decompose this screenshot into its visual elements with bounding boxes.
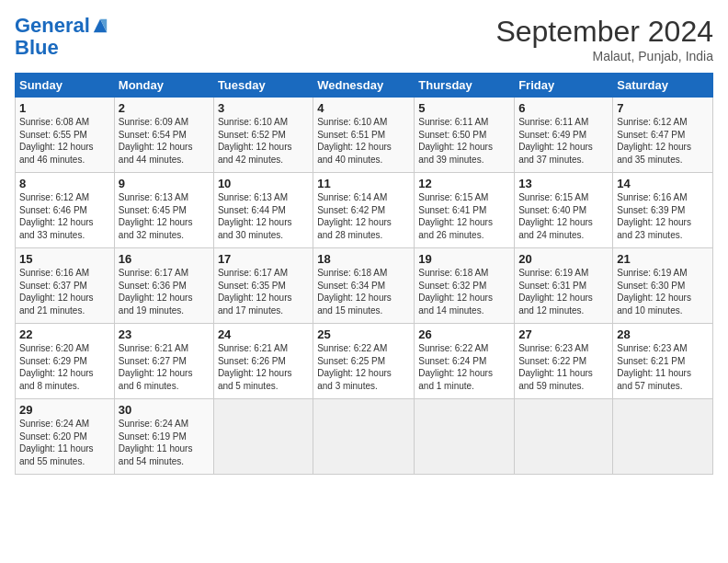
day-number: 9 <box>119 177 210 190</box>
day-number: 29 <box>19 403 110 417</box>
calendar-cell <box>313 399 415 475</box>
calendar-cell: 5Sunrise: 6:11 AM Sunset: 6:50 PM Daylig… <box>415 98 515 173</box>
day-info: Sunrise: 6:14 AM Sunset: 6:42 PM Dayligh… <box>317 191 410 241</box>
day-info: Sunrise: 6:22 AM Sunset: 6:25 PM Dayligh… <box>317 342 410 392</box>
calendar-cell: 11Sunrise: 6:14 AM Sunset: 6:42 PM Dayli… <box>313 173 415 248</box>
calendar-cell: 23Sunrise: 6:21 AM Sunset: 6:27 PM Dayli… <box>114 324 213 399</box>
calendar-cell: 12Sunrise: 6:15 AM Sunset: 6:41 PM Dayli… <box>415 173 515 248</box>
calendar-cell: 28Sunrise: 6:23 AM Sunset: 6:21 PM Dayli… <box>613 324 713 399</box>
calendar-cell: 19Sunrise: 6:18 AM Sunset: 6:32 PM Dayli… <box>415 248 515 324</box>
calendar-cell: 3Sunrise: 6:10 AM Sunset: 6:52 PM Daylig… <box>213 98 313 173</box>
calendar-cell: 1Sunrise: 6:08 AM Sunset: 6:55 PM Daylig… <box>16 98 115 173</box>
day-number: 12 <box>418 177 510 190</box>
day-number: 10 <box>218 177 309 190</box>
day-number: 24 <box>218 327 309 341</box>
day-number: 22 <box>19 327 110 341</box>
col-saturday: Saturday <box>613 74 713 98</box>
day-info: Sunrise: 6:19 AM Sunset: 6:30 PM Dayligh… <box>617 267 709 316</box>
calendar-cell <box>515 399 613 475</box>
day-info: Sunrise: 6:15 AM Sunset: 6:41 PM Dayligh… <box>418 191 510 241</box>
calendar-cell: 8Sunrise: 6:12 AM Sunset: 6:46 PM Daylig… <box>16 173 115 248</box>
day-number: 18 <box>317 252 410 266</box>
day-info: Sunrise: 6:11 AM Sunset: 6:50 PM Dayligh… <box>418 116 510 166</box>
day-number: 4 <box>317 101 410 115</box>
day-number: 1 <box>19 101 110 115</box>
day-info: Sunrise: 6:16 AM Sunset: 6:37 PM Dayligh… <box>19 267 110 316</box>
calendar-cell: 13Sunrise: 6:15 AM Sunset: 6:40 PM Dayli… <box>515 173 613 248</box>
day-number: 5 <box>418 101 510 115</box>
location-subtitle: Malaut, Punjab, India <box>495 49 713 63</box>
calendar-cell: 9Sunrise: 6:13 AM Sunset: 6:45 PM Daylig… <box>114 173 213 248</box>
day-info: Sunrise: 6:12 AM Sunset: 6:46 PM Dayligh… <box>19 191 110 241</box>
title-section: September 2024 Malaut, Punjab, India <box>495 15 713 63</box>
day-number: 17 <box>218 252 309 266</box>
day-number: 26 <box>418 327 510 341</box>
calendar-cell: 6Sunrise: 6:11 AM Sunset: 6:49 PM Daylig… <box>515 98 613 173</box>
day-number: 2 <box>119 101 210 115</box>
day-info: Sunrise: 6:16 AM Sunset: 6:39 PM Dayligh… <box>617 191 709 241</box>
day-number: 23 <box>119 327 210 341</box>
calendar-cell: 18Sunrise: 6:18 AM Sunset: 6:34 PM Dayli… <box>313 248 415 324</box>
day-info: Sunrise: 6:22 AM Sunset: 6:24 PM Dayligh… <box>418 342 510 392</box>
calendar-cell: 10Sunrise: 6:13 AM Sunset: 6:44 PM Dayli… <box>213 173 313 248</box>
day-info: Sunrise: 6:17 AM Sunset: 6:35 PM Dayligh… <box>218 267 309 316</box>
day-info: Sunrise: 6:17 AM Sunset: 6:36 PM Dayligh… <box>119 267 210 316</box>
logo-text: General <box>15 15 90 37</box>
day-number: 6 <box>518 101 609 115</box>
logo-icon <box>92 17 108 34</box>
calendar-cell: 22Sunrise: 6:20 AM Sunset: 6:29 PM Dayli… <box>16 324 115 399</box>
day-info: Sunrise: 6:15 AM Sunset: 6:40 PM Dayligh… <box>518 191 609 241</box>
calendar-header: Sunday Monday Tuesday Wednesday Thursday… <box>16 74 713 98</box>
calendar-cell: 27Sunrise: 6:23 AM Sunset: 6:22 PM Dayli… <box>515 324 613 399</box>
day-number: 8 <box>19 177 110 190</box>
calendar-body: 1Sunrise: 6:08 AM Sunset: 6:55 PM Daylig… <box>16 98 713 475</box>
day-number: 27 <box>518 327 609 341</box>
day-info: Sunrise: 6:21 AM Sunset: 6:27 PM Dayligh… <box>119 342 210 392</box>
col-monday: Monday <box>114 74 213 98</box>
day-number: 15 <box>19 252 110 266</box>
day-info: Sunrise: 6:10 AM Sunset: 6:51 PM Dayligh… <box>317 116 410 166</box>
calendar-cell: 24Sunrise: 6:21 AM Sunset: 6:26 PM Dayli… <box>213 324 313 399</box>
calendar-cell: 4Sunrise: 6:10 AM Sunset: 6:51 PM Daylig… <box>313 98 415 173</box>
day-info: Sunrise: 6:13 AM Sunset: 6:44 PM Dayligh… <box>218 191 309 241</box>
day-info: Sunrise: 6:11 AM Sunset: 6:49 PM Dayligh… <box>518 116 609 166</box>
calendar-cell: 29Sunrise: 6:24 AM Sunset: 6:20 PM Dayli… <box>16 399 115 475</box>
calendar-cell: 15Sunrise: 6:16 AM Sunset: 6:37 PM Dayli… <box>16 248 115 324</box>
col-sunday: Sunday <box>16 74 115 98</box>
calendar-cell <box>415 399 515 475</box>
day-number: 16 <box>119 252 210 266</box>
calendar-cell: 20Sunrise: 6:19 AM Sunset: 6:31 PM Dayli… <box>515 248 613 324</box>
day-number: 28 <box>617 327 709 341</box>
month-title: September 2024 <box>495 15 713 49</box>
day-info: Sunrise: 6:12 AM Sunset: 6:47 PM Dayligh… <box>617 116 709 166</box>
day-info: Sunrise: 6:10 AM Sunset: 6:52 PM Dayligh… <box>218 116 309 166</box>
calendar-cell: 30Sunrise: 6:24 AM Sunset: 6:19 PM Dayli… <box>114 399 213 475</box>
day-info: Sunrise: 6:09 AM Sunset: 6:54 PM Dayligh… <box>119 116 210 166</box>
calendar-cell <box>613 399 713 475</box>
col-tuesday: Tuesday <box>213 74 313 98</box>
day-info: Sunrise: 6:08 AM Sunset: 6:55 PM Dayligh… <box>19 116 110 166</box>
calendar-week-row: 8Sunrise: 6:12 AM Sunset: 6:46 PM Daylig… <box>16 173 713 248</box>
page-container: General Blue September 2024 Malaut, Punj… <box>0 0 728 482</box>
calendar-cell: 26Sunrise: 6:22 AM Sunset: 6:24 PM Dayli… <box>415 324 515 399</box>
calendar-cell: 17Sunrise: 6:17 AM Sunset: 6:35 PM Dayli… <box>213 248 313 324</box>
day-number: 19 <box>418 252 510 266</box>
header-row: Sunday Monday Tuesday Wednesday Thursday… <box>16 74 713 98</box>
day-info: Sunrise: 6:23 AM Sunset: 6:22 PM Dayligh… <box>518 342 609 392</box>
day-number: 3 <box>218 101 309 115</box>
calendar-cell <box>213 399 313 475</box>
day-number: 13 <box>518 177 609 190</box>
day-info: Sunrise: 6:18 AM Sunset: 6:34 PM Dayligh… <box>317 267 410 316</box>
day-info: Sunrise: 6:23 AM Sunset: 6:21 PM Dayligh… <box>617 342 709 392</box>
day-number: 30 <box>119 403 210 417</box>
calendar-week-row: 15Sunrise: 6:16 AM Sunset: 6:37 PM Dayli… <box>16 248 713 324</box>
col-friday: Friday <box>515 74 613 98</box>
calendar-week-row: 1Sunrise: 6:08 AM Sunset: 6:55 PM Daylig… <box>16 98 713 173</box>
day-number: 7 <box>617 101 709 115</box>
day-info: Sunrise: 6:13 AM Sunset: 6:45 PM Dayligh… <box>119 191 210 241</box>
day-info: Sunrise: 6:24 AM Sunset: 6:20 PM Dayligh… <box>19 418 110 467</box>
calendar-cell: 14Sunrise: 6:16 AM Sunset: 6:39 PM Dayli… <box>613 173 713 248</box>
day-info: Sunrise: 6:19 AM Sunset: 6:31 PM Dayligh… <box>518 267 609 316</box>
day-info: Sunrise: 6:18 AM Sunset: 6:32 PM Dayligh… <box>418 267 510 316</box>
day-info: Sunrise: 6:21 AM Sunset: 6:26 PM Dayligh… <box>218 342 309 392</box>
